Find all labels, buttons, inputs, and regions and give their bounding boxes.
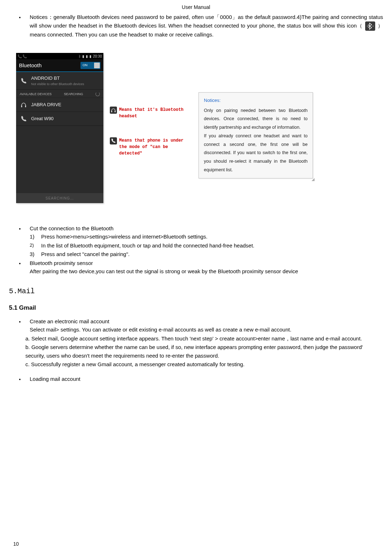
svg-rect-6	[115, 111, 116, 112]
callout-text: Means that phone is under the mode of "c…	[119, 137, 192, 157]
signal-icon: ▮	[82, 54, 84, 59]
lettered-step: b. Google servers determine whether the …	[25, 343, 383, 360]
headphones-icon	[20, 101, 28, 109]
phone-icon	[20, 77, 28, 85]
loading-account-title: Loading mail account	[30, 375, 80, 383]
svg-point-1	[367, 26, 368, 26]
list-item: 1) Press home>menu>settings>wireless and…	[30, 233, 383, 241]
notice-title: Notices:	[204, 96, 308, 105]
section-heading-mail: 5.Mail	[9, 286, 383, 297]
phone-small-icon: 📞	[23, 54, 27, 59]
resize-handle-icon: ◢	[199, 176, 314, 182]
bluetooth-connected-icon	[365, 21, 375, 31]
bullet-icon: •	[19, 259, 30, 267]
proximity-title: Bluetooth proximity sensor	[30, 259, 93, 267]
list-text: In the list of Bluetooth equipment, touc…	[41, 242, 254, 250]
figures-row: 📞 📞 ᛒ ▮ ▮ ▮ 20:30 Bluetooth ON ANDROID B…	[16, 53, 383, 203]
create-account-body: Select mail> settings. You can activate …	[30, 326, 383, 334]
searching-footer: SEARCHING…	[16, 193, 103, 203]
list-text: Press and select "cancel the pairing".	[41, 250, 129, 259]
svg-rect-5	[111, 111, 112, 112]
list-text: Press home>menu>settings>wireless and in…	[41, 233, 207, 241]
status-time: 20:30	[93, 54, 102, 59]
list-item: 2) In the list of Bluetooth equipment, t…	[30, 242, 383, 250]
bluetooth-title-bar: Bluetooth ON	[16, 59, 103, 72]
bullet-icon: •	[19, 225, 30, 233]
battery-icon: ▮	[89, 54, 92, 59]
device-name: JABRA DRIVE	[31, 101, 100, 108]
available-section: AVAILABLE DEVICES SEARCHING	[16, 90, 103, 98]
list-number: 1)	[30, 233, 41, 241]
svg-rect-3	[21, 105, 22, 107]
sub-heading-gmail: 5.1 Gmail	[9, 303, 383, 313]
bullet-icon: •	[19, 375, 30, 383]
callouts: Means that it's Bluetooth headset Means …	[110, 53, 192, 175]
device-name: Great W90	[31, 115, 100, 122]
status-bar: 📞 📞 ᛒ ▮ ▮ ▮ 20:30	[16, 53, 103, 59]
create-account-title: Create an electronic mail account	[30, 318, 109, 326]
notice-para: If you already connect one headset and w…	[204, 132, 308, 175]
headphones-icon	[110, 107, 117, 114]
loading-account-bullet: • Loading mail account	[19, 375, 383, 383]
create-account-bullet: • Create an electronic mail account	[19, 318, 383, 326]
bluetooth-icon: ᛒ	[79, 54, 81, 59]
phone-small-icon: 📞	[18, 54, 22, 59]
bluetooth-toggle[interactable]: ON	[80, 62, 101, 69]
notices-bullet: • Notices：generally Bluetooth devices ne…	[19, 13, 383, 39]
bullet-icon: •	[19, 318, 30, 326]
self-device-sub: Not visible to other Bluetooth devices	[31, 82, 100, 87]
notices-text-lead: Notices：generally Bluetooth devices need…	[30, 14, 383, 28]
list-item: 3) Press and select "cancel the pairing"…	[30, 250, 383, 259]
callout-text: Means that it's Bluetooth headset	[119, 107, 192, 119]
cut-connection-title: Cut the connection to the Bluetooth	[30, 225, 113, 233]
cut-connection-bullet: • Cut the connection to the Bluetooth	[19, 225, 383, 233]
device-row[interactable]: JABRA DRIVE	[16, 98, 103, 112]
proximity-body: After pairing the two device,you can tes…	[30, 267, 383, 276]
phone-icon	[110, 137, 117, 144]
svg-point-2	[373, 26, 373, 26]
available-label: AVAILABLE DEVICES	[20, 92, 52, 97]
bluetooth-title: Bluetooth	[19, 62, 41, 70]
self-device-row[interactable]: ANDROID BT Not visible to other Bluetoot…	[16, 72, 103, 90]
lettered-step: c. Successfully register a new Gmail acc…	[25, 360, 383, 368]
page-number: 10	[13, 540, 19, 548]
phone-screenshot: 📞 📞 ᛒ ▮ ▮ ▮ 20:30 Bluetooth ON ANDROID B…	[16, 53, 103, 203]
page-header: User Manual	[9, 4, 383, 11]
list-number: 2)	[30, 242, 41, 250]
lettered-step: a. Select mail, Google account setting i…	[25, 334, 383, 343]
spinner-icon	[95, 92, 100, 96]
signal-icon: ▮	[86, 54, 88, 59]
notice-box: Notices: Only on pairing needed between …	[199, 92, 313, 178]
searching-label: SEARCHING	[64, 92, 83, 97]
bullet-icon: •	[19, 13, 30, 39]
svg-rect-4	[25, 105, 26, 107]
self-device-name: ANDROID BT	[31, 75, 100, 82]
list-number: 3)	[30, 250, 41, 259]
notice-para: Only on pairing needed between two Bluet…	[204, 107, 308, 132]
proximity-bullet: • Bluetooth proximity sensor	[19, 259, 383, 267]
phone-icon	[20, 115, 28, 123]
device-row[interactable]: Great W90	[16, 112, 103, 126]
